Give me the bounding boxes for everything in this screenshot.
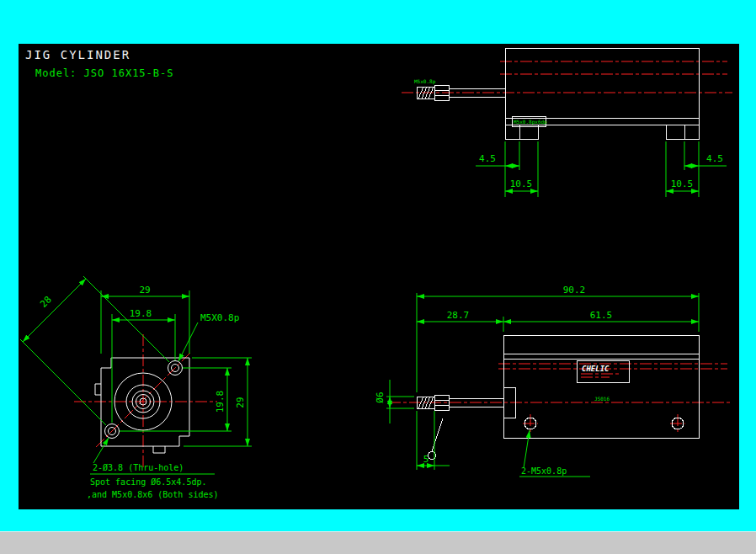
- taskbar: [0, 531, 756, 554]
- side-view-centerlines: [389, 364, 732, 433]
- bottom-rail-tab: [153, 446, 165, 453]
- cylinder-body-top: [505, 48, 699, 118]
- side-view-dimensions: 90.2 28.7 61.5 Ø6 5 2-M5x0.8p: [375, 285, 699, 477]
- front-view: 29 19.8 M5X0.8p 28 19.8 29: [20, 276, 252, 499]
- dim-body-width: 29: [139, 285, 150, 296]
- left-foot: [505, 125, 538, 139]
- dim-rod-extension: 28.7: [447, 310, 470, 321]
- front-view-centerlines: [74, 334, 217, 469]
- dim-body-height: 29: [235, 397, 246, 408]
- dim-right-offset: 4.5: [706, 153, 723, 164]
- part-code: JS016: [594, 396, 610, 402]
- left-rail-tab: [95, 384, 101, 395]
- front-view-dimensions: 29 19.8 M5X0.8p 28 19.8 29: [20, 276, 252, 499]
- top-view: 4.5 10.5 4.5 10.5 M5x0.8p M5x0.8px6dp: [402, 48, 732, 197]
- hole-callout: 2-M5x0.8p: [521, 466, 567, 476]
- dim-left-offset: 4.5: [479, 153, 496, 164]
- model-number: Model: JSO 16X15-B-S: [35, 67, 174, 79]
- right-foot: [666, 125, 699, 139]
- hole-note-line2: Spot facing Ø6.5x4.5dp.: [90, 477, 206, 487]
- top-view-centerlines: [402, 61, 732, 93]
- dim-hole-pitch-h: 19.8: [130, 308, 152, 319]
- brand-logo: CHELIC: [582, 365, 610, 373]
- side-view-geometry: [417, 335, 699, 460]
- dim-diagonal-pitch: 28: [38, 294, 54, 310]
- port-label: M5x0.8px6dp: [514, 119, 547, 125]
- cad-drawing: JIG CYLINDER Model: JSO 16X15-B-S: [19, 44, 739, 509]
- dim-left-foot: 10.5: [510, 178, 533, 189]
- thread-callout: M5X0.8p: [200, 312, 239, 323]
- title-block: JIG CYLINDER Model: JSO 16X15-B-S: [25, 48, 174, 79]
- hole-note-line1: 2-Ø3.8 (Thru-hole): [93, 463, 184, 472]
- drawing-title: JIG CYLINDER: [25, 48, 130, 61]
- rod-thread-label: M5x0.8p: [414, 78, 436, 85]
- hole-note-line3: ,and M5x0.8x6 (Both sides): [87, 490, 219, 499]
- side-view: CHELIC JS016 90.2 28.7 61.5 Ø6: [375, 285, 732, 477]
- dim-rod-diameter: Ø6: [375, 392, 386, 402]
- dim-hole-pitch-v: 19.8: [215, 391, 226, 413]
- dim-right-foot: 10.5: [671, 178, 694, 189]
- top-view-dimensions: 4.5 10.5 4.5 10.5 M5x0.8p M5x0.8px6dp: [414, 78, 727, 197]
- dim-overall-length: 90.2: [563, 285, 586, 296]
- dim-body-length: 61.5: [590, 310, 613, 321]
- front-view-geometry: [95, 358, 189, 453]
- dim-thread-length: 5: [423, 454, 429, 465]
- cylinder-body-side: [503, 335, 699, 438]
- cad-drawing-viewport[interactable]: JIG CYLINDER Model: JSO 16X15-B-S: [19, 44, 739, 509]
